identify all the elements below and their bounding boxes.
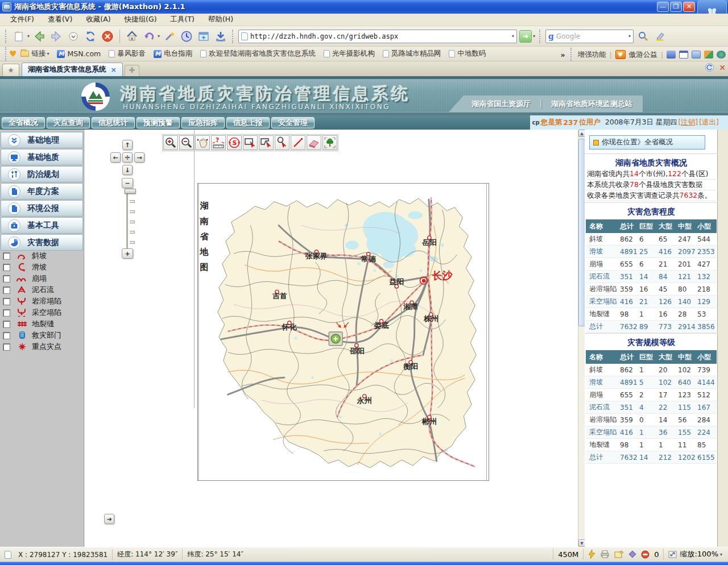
refresh-all-icon[interactable] bbox=[705, 63, 714, 72]
new-tab-dropdown[interactable]: ▾ bbox=[27, 34, 30, 39]
address-dropdown[interactable]: ▾ bbox=[512, 34, 514, 39]
bookmark-item-2[interactable]: 暴风影音 bbox=[105, 48, 150, 60]
bookmark-item-0[interactable]: 链接▾ bbox=[16, 48, 53, 60]
select-circle-button[interactable] bbox=[275, 135, 289, 150]
active-tab[interactable]: 湖南省地质灾害信息系统 × bbox=[22, 63, 123, 76]
bookmark-item-6[interactable]: 觅路城市精品网 bbox=[379, 48, 445, 60]
url-text[interactable]: http://dzzh.hndh.gov.cn/gridweb.aspx bbox=[250, 32, 511, 40]
zoom-slider-thumb[interactable] bbox=[125, 189, 136, 194]
printer-icon[interactable] bbox=[600, 550, 610, 558]
world-icon[interactable] bbox=[717, 51, 726, 59]
history-dropdown-button[interactable] bbox=[66, 29, 81, 44]
stop-button[interactable] bbox=[100, 29, 115, 44]
charity-link[interactable]: 傲游公益 bbox=[629, 50, 657, 60]
zoom-slider[interactable] bbox=[126, 189, 130, 249]
nav-tab-1[interactable]: 灾点查询 bbox=[47, 117, 90, 128]
address-bar[interactable]: http://dzzh.hndh.gov.cn/gridweb.aspx ▾ bbox=[238, 30, 517, 43]
nav-tab-5[interactable]: 信息上报 bbox=[226, 117, 270, 128]
go-dropdown[interactable]: ▾ bbox=[533, 34, 535, 39]
measure-button[interactable]: ? bbox=[211, 135, 226, 150]
blocked-popup-icon[interactable] bbox=[641, 550, 650, 559]
scroll-right-button[interactable]: ➜ bbox=[104, 514, 114, 524]
magic-wand-button[interactable] bbox=[162, 29, 177, 44]
minimize-button[interactable]: — bbox=[657, 2, 669, 12]
layer-checkbox[interactable] bbox=[3, 264, 10, 271]
eraser-button[interactable] bbox=[307, 135, 321, 150]
new-tab-button[interactable] bbox=[11, 29, 26, 44]
undo-dropdown[interactable]: ▾ bbox=[158, 34, 160, 39]
undo-button[interactable] bbox=[142, 29, 156, 44]
bookmark-item-3[interactable]: M电台指南 bbox=[150, 48, 196, 60]
menu-a[interactable]: 收藏(A) bbox=[79, 14, 117, 26]
favorites-heart-icon[interactable]: ♥ bbox=[9, 49, 16, 59]
menu-v[interactable]: 查看(V) bbox=[41, 14, 79, 26]
layer-checkbox[interactable] bbox=[3, 275, 10, 282]
back-button[interactable] bbox=[32, 29, 47, 44]
messenger-icon[interactable] bbox=[667, 51, 676, 59]
menu-f[interactable]: 文件(F) bbox=[3, 14, 41, 26]
accordion-item-1[interactable]: 基础地质 bbox=[1, 149, 83, 165]
select-polygon-button[interactable] bbox=[259, 135, 274, 150]
new-tab-ghost-button[interactable]: ✚ bbox=[125, 65, 139, 76]
refresh-button[interactable] bbox=[83, 29, 98, 44]
nav-tab-4[interactable]: 应急指挥 bbox=[181, 117, 225, 128]
download-button[interactable] bbox=[213, 29, 228, 44]
nav-tab-2[interactable]: 信息统计 bbox=[92, 117, 135, 128]
zoom-level[interactable]: 缩放:100% bbox=[680, 549, 718, 559]
layer-checkbox[interactable] bbox=[3, 343, 10, 351]
panel-scrollbar[interactable]: ▲ ▼ bbox=[578, 130, 585, 547]
menu-h[interactable]: 帮助(H) bbox=[201, 14, 240, 26]
enhance-features-link[interactable]: 增强功能 bbox=[578, 50, 606, 60]
tab-close-icon[interactable]: × bbox=[111, 65, 117, 74]
clock-button[interactable] bbox=[179, 29, 194, 44]
layer-tree-button[interactable] bbox=[322, 135, 337, 150]
close-button[interactable]: ✕ bbox=[683, 2, 695, 12]
layer-checkbox[interactable] bbox=[3, 332, 10, 339]
resize-icon[interactable] bbox=[668, 551, 677, 558]
bookmark-item-7[interactable]: 中地数码 bbox=[445, 48, 490, 60]
full-extent-button[interactable]: S bbox=[227, 135, 242, 150]
pan-left-button[interactable]: ← bbox=[110, 152, 121, 163]
maximize-button[interactable]: ❐ bbox=[670, 2, 682, 12]
layer-checkbox[interactable] bbox=[3, 298, 10, 305]
link-land-resources-dept[interactable]: 湖南省国土资源厅 bbox=[471, 99, 531, 109]
bookmarks-overflow-chevron[interactable]: » bbox=[560, 51, 565, 59]
bookmark-item-4[interactable]: 欢迎登陆湖南省地质灾害信息系统 bbox=[196, 48, 320, 60]
pan-down-button[interactable]: ↓ bbox=[122, 165, 133, 175]
window-panel-icon[interactable] bbox=[679, 51, 688, 59]
plugin-icon[interactable] bbox=[628, 550, 636, 558]
menu-g[interactable]: 快捷组(G) bbox=[118, 14, 164, 26]
bookmark-item-5[interactable]: 光年摄影机构 bbox=[320, 48, 379, 60]
close-tab-strip-icon[interactable]: ✕ bbox=[719, 63, 726, 72]
nav-tab-6[interactable]: 安全管理 bbox=[271, 117, 315, 128]
search-bar[interactable]: g Google ▾ bbox=[545, 30, 634, 43]
link-geo-env-station[interactable]: 湖南省地质环境监测总站 bbox=[551, 99, 632, 109]
layer-checkbox[interactable] bbox=[3, 252, 10, 260]
accordion-item-2[interactable]: 防治规划 bbox=[1, 166, 83, 182]
zoom-out-button[interactable] bbox=[179, 135, 194, 150]
pan-button[interactable] bbox=[195, 135, 210, 150]
zoom-in-button[interactable] bbox=[163, 135, 178, 150]
tab-list-star-button[interactable]: ★ bbox=[2, 64, 19, 76]
accordion-item-3[interactable]: 年度方案 bbox=[1, 183, 83, 200]
logout-link[interactable]: [注销] bbox=[678, 118, 698, 127]
boost-icon[interactable] bbox=[588, 550, 595, 559]
layer-checkbox[interactable] bbox=[3, 286, 10, 294]
layer-checkbox[interactable] bbox=[3, 309, 10, 317]
map-add-point-button[interactable] bbox=[329, 332, 342, 346]
maxthon-charity-icon[interactable]: ♥ bbox=[615, 50, 626, 59]
search-button[interactable] bbox=[636, 29, 651, 44]
forward-button[interactable] bbox=[49, 29, 64, 44]
pan-up-button[interactable]: ↑ bbox=[122, 140, 133, 150]
nav-tab-3[interactable]: 预测预警 bbox=[136, 117, 180, 128]
pens-icon[interactable] bbox=[704, 51, 713, 59]
accordion-item-5[interactable]: 基本工具 bbox=[1, 217, 83, 234]
highlight-button[interactable] bbox=[653, 29, 668, 44]
hunan-map[interactable]: 张家界常德岳阳益阳长沙吉首湘潭株州怀化娄底邵阳衡阳永州郴州 bbox=[210, 192, 485, 473]
exit-link[interactable]: [退出] bbox=[699, 118, 719, 127]
window-mode-button[interactable] bbox=[196, 29, 211, 44]
menu-t[interactable]: 工具(T) bbox=[164, 14, 201, 26]
zoom-out-slider-button[interactable]: − bbox=[122, 178, 133, 188]
nav-tab-0[interactable]: 全省概况 bbox=[2, 117, 45, 128]
zoom-dropdown[interactable]: ▾ bbox=[720, 552, 722, 557]
